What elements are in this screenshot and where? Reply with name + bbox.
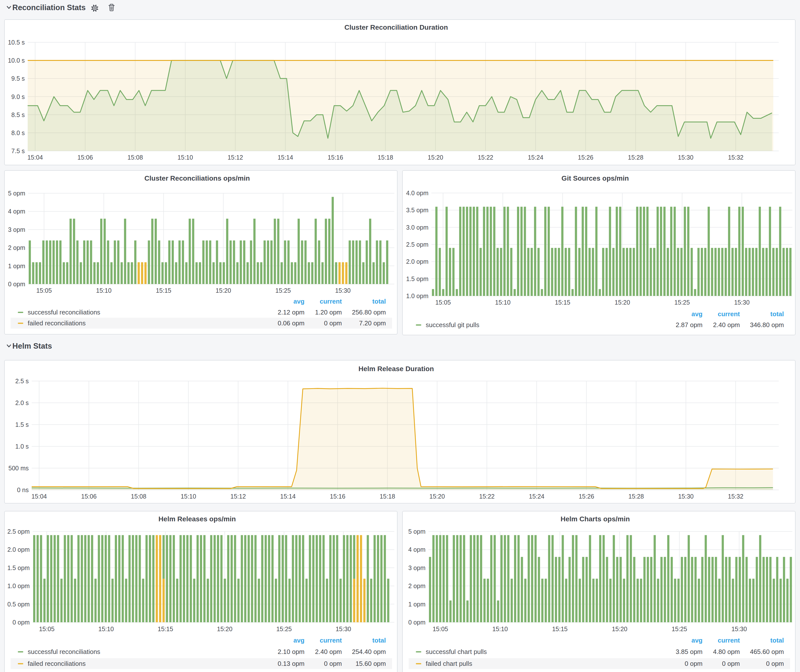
svg-text:15:10: 15:10 [181,493,196,500]
svg-text:4 opm: 4 opm [8,208,25,215]
svg-text:current: current [718,637,740,644]
svg-text:15:10: 15:10 [495,299,510,306]
svg-text:3 opm: 3 opm [408,564,426,571]
svg-text:4 opm: 4 opm [408,546,426,553]
svg-text:avg: avg [691,637,702,644]
svg-text:15:05: 15:05 [433,626,448,632]
svg-text:15:10: 15:10 [492,626,508,632]
svg-text:1 opm: 1 opm [408,601,426,608]
svg-text:15:20: 15:20 [612,626,627,632]
svg-text:0 opm: 0 opm [685,660,702,667]
svg-text:1.20 opm: 1.20 opm [315,309,342,316]
svg-text:successful reconciliations: successful reconciliations [28,648,100,655]
svg-text:2.0 opm: 2.0 opm [406,258,429,265]
svg-text:15:22: 15:22 [479,493,495,500]
svg-text:1.5 opm: 1.5 opm [406,275,429,282]
svg-text:346.80 opm: 346.80 opm [750,321,784,329]
svg-text:15:16: 15:16 [330,493,346,500]
svg-text:465.60 opm: 465.60 opm [750,648,784,655]
svg-text:15:10: 15:10 [98,626,114,632]
svg-text:15:28: 15:28 [628,493,644,500]
svg-text:Cluster Reconciliations ops/mi: Cluster Reconciliations ops/min [144,174,250,182]
svg-text:Git Sources ops/min: Git Sources ops/min [562,174,629,182]
svg-text:0 opm: 0 opm [408,619,426,626]
svg-text:avg: avg [293,298,304,305]
svg-text:0 opm: 0 opm [8,281,25,288]
svg-text:Helm Release Duration: Helm Release Duration [358,365,434,373]
svg-text:successful chart pulls: successful chart pulls [426,648,487,655]
svg-text:15:32: 15:32 [728,493,744,500]
svg-text:15:12: 15:12 [230,493,246,500]
svg-text:15:15: 15:15 [158,626,173,632]
svg-text:15:18: 15:18 [378,154,393,161]
svg-text:5 opm: 5 opm [8,190,25,197]
svg-text:current: current [718,310,740,318]
svg-text:2.87 opm: 2.87 opm [676,321,702,329]
svg-text:15:18: 15:18 [380,493,395,500]
svg-text:3 opm: 3 opm [8,226,25,233]
svg-text:15:05: 15:05 [36,287,52,294]
svg-text:15:25: 15:25 [276,626,292,632]
svg-text:failed chart pulls: failed chart pulls [426,660,472,667]
svg-text:9.0 s: 9.0 s [11,93,25,100]
svg-text:15:25: 15:25 [275,287,291,294]
svg-text:15:04: 15:04 [27,154,43,161]
svg-text:15:24: 15:24 [529,493,544,500]
svg-text:15:14: 15:14 [278,154,293,161]
svg-text:0.5 opm: 0.5 opm [7,601,30,608]
svg-text:total: total [372,637,386,644]
svg-text:15:14: 15:14 [280,493,296,500]
svg-text:7.5 s: 7.5 s [11,147,25,154]
svg-text:15:20: 15:20 [217,626,232,632]
svg-text:15:16: 15:16 [328,154,343,161]
svg-text:2 opm: 2 opm [408,582,426,589]
svg-text:8.5 s: 8.5 s [11,111,25,118]
svg-text:1.0 opm: 1.0 opm [406,293,429,299]
svg-text:0.06 opm: 0.06 opm [278,319,304,327]
svg-text:15:20: 15:20 [615,299,630,306]
svg-text:3.0 opm: 3.0 opm [406,224,429,231]
svg-text:avg: avg [293,637,304,644]
svg-text:15:30: 15:30 [336,626,351,632]
svg-text:15:22: 15:22 [478,154,493,161]
svg-text:15:04: 15:04 [31,493,47,500]
svg-text:1 opm: 1 opm [8,262,25,269]
svg-text:2.10 opm: 2.10 opm [278,648,304,655]
svg-text:0 opm: 0 opm [722,660,740,667]
svg-text:15:20: 15:20 [428,154,443,161]
svg-text:15:15: 15:15 [555,299,570,306]
svg-text:failed reconciliations: failed reconciliations [28,660,86,667]
svg-text:1.0 opm: 1.0 opm [7,582,30,589]
svg-text:15:30: 15:30 [678,154,694,161]
svg-text:15:12: 15:12 [227,154,243,161]
svg-text:2.5 s: 2.5 s [15,378,29,384]
svg-text:15:24: 15:24 [528,154,544,161]
svg-text:3.85 opm: 3.85 opm [676,648,702,655]
svg-text:2.5 opm: 2.5 opm [406,241,429,248]
svg-text:15.60 opm: 15.60 opm [355,660,386,667]
svg-text:10.5 s: 10.5 s [8,39,25,46]
svg-text:15:32: 15:32 [728,154,744,161]
svg-text:15:30: 15:30 [734,299,750,306]
svg-text:0 opm: 0 opm [324,319,342,327]
svg-text:4.0 opm: 4.0 opm [406,190,429,197]
svg-text:0 opm: 0 opm [13,619,30,626]
svg-text:15:15: 15:15 [156,287,171,294]
svg-text:3.5 opm: 3.5 opm [406,206,429,214]
svg-text:15:15: 15:15 [552,626,568,632]
svg-text:Helm Releases ops/min: Helm Releases ops/min [158,515,236,523]
svg-text:0 ns: 0 ns [17,486,29,493]
svg-text:500 ms: 500 ms [8,465,29,472]
svg-text:15:20: 15:20 [429,493,445,500]
svg-text:15:30: 15:30 [678,493,694,500]
svg-text:7.20 opm: 7.20 opm [359,319,386,327]
svg-text:1.0 s: 1.0 s [15,443,29,450]
svg-text:9.5 s: 9.5 s [11,75,25,82]
svg-text:2 opm: 2 opm [8,244,25,251]
svg-text:successful git pulls: successful git pulls [426,321,479,329]
svg-text:0 opm: 0 opm [324,660,342,667]
svg-text:current: current [320,298,342,305]
svg-text:15:06: 15:06 [81,493,97,500]
svg-text:254.40 opm: 254.40 opm [352,648,386,655]
svg-text:0 opm: 0 opm [766,660,784,667]
